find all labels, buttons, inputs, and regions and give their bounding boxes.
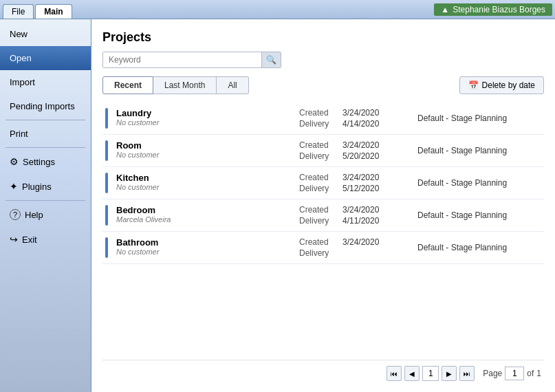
project-name: Laundry	[116, 108, 291, 118]
project-name: Bathroom	[116, 237, 291, 248]
project-indicator	[105, 108, 108, 129]
table-row[interactable]: Bedroom Marcela Oliveira Created 3/24/20…	[102, 199, 544, 232]
delivery-date: 5/12/2020	[342, 184, 379, 193]
delete-btn-label: Delete by date	[482, 80, 535, 90]
sidebar-item-exit[interactable]: ↪ Exit	[0, 227, 91, 252]
sidebar: New Open Import Pending Imports Print ⚙ …	[0, 19, 91, 392]
sidebar-item-settings[interactable]: ⚙ Settings	[0, 149, 91, 174]
project-dates: Created 3/24/2020 Delivery4/14/2020	[299, 108, 409, 129]
user-icon: ▲	[441, 5, 449, 14]
created-label: Created	[299, 140, 337, 150]
tab-recent[interactable]: Recent	[102, 76, 153, 94]
project-indicator	[105, 205, 108, 226]
user-name: Stephanie Biazus Borges	[453, 5, 545, 14]
sidebar-item-new[interactable]: New	[0, 22, 91, 46]
project-list: Laundry No customer Created 3/24/2020 De…	[102, 102, 544, 360]
content-area: Projects 🔍 Recent Last Month All 📅 Delet…	[91, 19, 555, 392]
delivery-label: Delivery	[299, 151, 337, 161]
sidebar-item-print[interactable]: Print	[0, 122, 91, 146]
page-of-label: of	[527, 369, 534, 378]
page-title: Projects	[102, 30, 544, 45]
created-label: Created	[299, 173, 337, 182]
delivery-label: Delivery	[299, 184, 337, 193]
delivery-date: 4/11/2020	[342, 216, 379, 226]
project-info: Room No customer	[116, 140, 291, 161]
created-label: Created	[299, 205, 337, 215]
sidebar-divider-2	[6, 147, 85, 148]
sidebar-item-pending[interactable]: Pending Imports	[0, 94, 91, 118]
project-stage: Default - Stage Planning	[417, 237, 541, 258]
search-button[interactable]: 🔍	[261, 52, 281, 67]
project-name: Room	[116, 140, 291, 151]
project-customer: Marcela Oliveira	[116, 215, 291, 224]
created-label: Created	[299, 108, 337, 118]
project-info: Bedroom Marcela Oliveira	[116, 205, 291, 226]
project-indicator	[105, 173, 108, 193]
user-badge: ▲ Stephanie Biazus Borges	[434, 3, 552, 16]
sidebar-label-plugins: Plugins	[22, 182, 52, 192]
sidebar-label-open: Open	[10, 53, 32, 63]
search-input[interactable]	[103, 52, 261, 67]
plugins-icon: ✦	[10, 181, 18, 192]
page-first-button[interactable]: ⏮	[387, 366, 402, 381]
sidebar-item-import[interactable]: Import	[0, 70, 91, 94]
page-current: 1	[422, 366, 439, 381]
delete-by-date-button[interactable]: 📅 Delete by date	[459, 76, 544, 94]
project-info: Bathroom No customer	[116, 237, 291, 258]
sidebar-label-new: New	[10, 29, 28, 39]
sidebar-divider-3	[6, 200, 85, 201]
table-row[interactable]: Kitchen No customer Created 3/24/2020 De…	[102, 167, 544, 199]
sidebar-label-print: Print	[10, 129, 28, 139]
page-info: Page of 1	[483, 367, 541, 380]
tab-group: Recent Last Month All	[102, 76, 249, 94]
project-info: Laundry No customer	[116, 108, 291, 129]
project-customer: No customer	[116, 151, 291, 159]
delivery-date: 5/20/2020	[342, 151, 379, 161]
pagination: ⏮ ◀ 1 ▶ ⏭ Page of 1	[102, 360, 544, 381]
tab-file[interactable]: File	[3, 4, 34, 19]
project-stage: Default - Stage Planning	[417, 205, 541, 226]
project-name: Bedroom	[116, 205, 291, 215]
project-dates: Created 3/24/2020 Delivery4/11/2020	[299, 205, 409, 226]
sidebar-label-settings: Settings	[23, 157, 55, 167]
tabs-row: Recent Last Month All 📅 Delete by date	[102, 76, 544, 94]
project-stage: Default - Stage Planning	[417, 108, 541, 129]
created-label: Created	[299, 237, 337, 247]
project-customer: No customer	[116, 248, 291, 256]
project-indicator	[105, 140, 108, 161]
sidebar-item-open[interactable]: Open	[0, 46, 91, 70]
sidebar-item-help[interactable]: ? Help	[0, 202, 91, 227]
project-stage: Default - Stage Planning	[417, 173, 541, 193]
project-dates: Created 3/24/2020 Delivery5/20/2020	[299, 140, 409, 161]
delivery-label: Delivery	[299, 216, 337, 226]
created-date: 3/24/2020	[342, 108, 379, 118]
page-total: 1	[536, 369, 541, 378]
created-date: 3/24/2020	[342, 237, 379, 247]
title-bar: File Main ▲ Stephanie Biazus Borges	[0, 0, 555, 19]
search-bar: 🔍	[102, 52, 281, 68]
project-customer: No customer	[116, 183, 291, 191]
page-prev-button[interactable]: ◀	[404, 366, 420, 381]
delivery-date: 4/14/2020	[342, 119, 379, 129]
project-customer: No customer	[116, 118, 291, 127]
exit-icon: ↪	[10, 234, 18, 245]
tab-all[interactable]: All	[217, 76, 248, 94]
tab-last-month[interactable]: Last Month	[153, 76, 217, 94]
table-row[interactable]: Room No customer Created 3/24/2020 Deliv…	[102, 135, 544, 167]
sidebar-label-exit: Exit	[22, 235, 37, 245]
sidebar-label-import: Import	[10, 77, 35, 87]
table-row[interactable]: Bathroom No customer Created 3/24/2020 D…	[102, 232, 544, 264]
page-label: Page	[483, 369, 502, 378]
tab-main[interactable]: Main	[35, 4, 72, 19]
project-dates: Created 3/24/2020 Delivery	[299, 237, 409, 258]
sidebar-item-plugins[interactable]: ✦ Plugins	[0, 174, 91, 199]
table-row[interactable]: Laundry No customer Created 3/24/2020 De…	[102, 102, 544, 135]
page-last-button[interactable]: ⏭	[459, 366, 475, 381]
title-bar-tabs: File Main	[3, 0, 74, 19]
delivery-label: Delivery	[299, 248, 337, 258]
page-next-button[interactable]: ▶	[442, 366, 457, 381]
sidebar-divider-1	[6, 120, 85, 120]
settings-icon: ⚙	[10, 156, 19, 167]
page-input[interactable]	[505, 367, 524, 380]
project-dates: Created 3/24/2020 Delivery5/12/2020	[299, 173, 409, 193]
